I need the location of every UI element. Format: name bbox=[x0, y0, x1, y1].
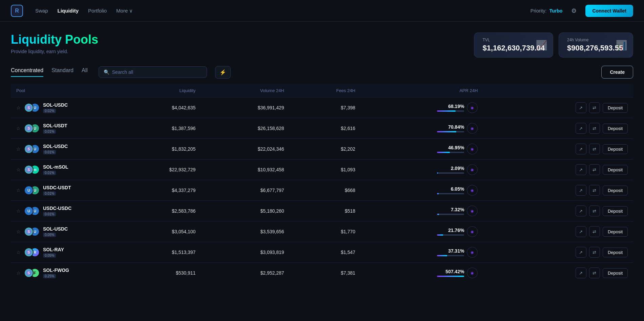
deposit-button-7[interactable]: Deposit bbox=[603, 248, 628, 257]
deposit-button-4[interactable]: Deposit bbox=[603, 186, 628, 195]
connect-wallet-button[interactable]: Connect Wallet bbox=[585, 5, 633, 17]
star-button-7[interactable]: ☆ bbox=[16, 250, 21, 255]
pool-name-3: SOL-mSOL bbox=[43, 164, 68, 170]
pool-info-6: SOL-USDC 0.05% bbox=[43, 226, 68, 237]
star-button-2[interactable]: ☆ bbox=[16, 146, 21, 152]
fees-cell-7: $1,547 bbox=[290, 242, 361, 263]
table-row: ☆ S U SOL-USDT 0.01% $1,387,596 $26,158,… bbox=[11, 118, 633, 139]
apr-bar-bg-1 bbox=[437, 131, 464, 132]
page-header: Liquidity Pools Provide liquidity, earn … bbox=[11, 33, 98, 54]
swap-button-6[interactable]: ⇄ bbox=[589, 226, 600, 237]
volume-cell-8: $2,952,287 bbox=[201, 263, 289, 283]
star-button-1[interactable]: ☆ bbox=[16, 126, 21, 131]
liquidity-cell-8: $530,911 bbox=[112, 263, 201, 283]
raydium-icon-3[interactable]: ◉ bbox=[467, 164, 478, 175]
fees-cell-1: $2,616 bbox=[290, 118, 361, 139]
pool-fee-0: 0.02% bbox=[43, 109, 56, 113]
star-button-0[interactable]: ☆ bbox=[16, 105, 21, 110]
deposit-button-6[interactable]: Deposit bbox=[603, 227, 628, 237]
raydium-icon-1[interactable]: ◉ bbox=[467, 123, 478, 134]
apr-bar-container-0: 68.19% bbox=[437, 104, 464, 112]
apr-cell-0: 68.19% ◉ bbox=[361, 98, 483, 118]
raydium-icon-4[interactable]: ◉ bbox=[467, 185, 478, 196]
settings-button[interactable]: ⚙ bbox=[568, 5, 580, 17]
deposit-button-5[interactable]: Deposit bbox=[603, 206, 628, 216]
star-button-3[interactable]: ☆ bbox=[16, 167, 21, 172]
table-row: ☆ U U USDC-USDC 0.01% $2,583,786 $5,180,… bbox=[11, 201, 633, 221]
pool-info-5: USDC-USDC 0.01% bbox=[43, 206, 71, 216]
chart-button-8[interactable]: ↗ bbox=[576, 268, 586, 278]
swap-button-4[interactable]: ⇄ bbox=[589, 185, 600, 196]
star-button-8[interactable]: ☆ bbox=[16, 270, 21, 276]
pool-name-8: SOL-FWOG bbox=[43, 268, 69, 273]
search-input[interactable] bbox=[112, 69, 202, 75]
pool-name-0: SOL-USDC bbox=[43, 102, 68, 108]
raydium-icon-5[interactable]: ◉ bbox=[467, 206, 478, 216]
filter-button[interactable]: ⚡ bbox=[215, 66, 231, 79]
chart-button-2[interactable]: ↗ bbox=[576, 144, 586, 154]
volume-cell-0: $36,991,429 bbox=[201, 98, 289, 118]
table-row: ☆ S U SOL-USDC 0.02% $4,042,635 $36,991,… bbox=[11, 98, 633, 118]
chart-button-3[interactable]: ↗ bbox=[576, 164, 586, 175]
raydium-icon-6[interactable]: ◉ bbox=[467, 226, 478, 237]
apr-bar-container-8: 507.42% bbox=[437, 269, 464, 277]
fees-cell-2: $2,202 bbox=[290, 139, 361, 159]
pool-table: Pool Liquidity Volume 24H Fees 24H APR 2… bbox=[11, 84, 633, 283]
pool-cell-2: ☆ S U SOL-USDC 0.01% bbox=[11, 139, 112, 159]
volume-cell-1: $26,158,628 bbox=[201, 118, 289, 139]
deposit-button-8[interactable]: Deposit bbox=[603, 268, 628, 278]
swap-button-7[interactable]: ⇄ bbox=[589, 247, 600, 258]
raydium-icon-7[interactable]: ◉ bbox=[467, 247, 478, 258]
apr-cell-6: 21.76% ◉ bbox=[361, 221, 483, 242]
apr-value-7: 37.31% bbox=[437, 248, 464, 254]
tab-standard[interactable]: Standard bbox=[51, 67, 74, 77]
nav-swap[interactable]: Swap bbox=[35, 6, 48, 15]
tab-all[interactable]: All bbox=[82, 67, 88, 77]
pool-name-1: SOL-USDT bbox=[43, 123, 67, 128]
logo[interactable]: R bbox=[11, 5, 23, 17]
tvl-card: TVL $1,162,630,739.04 📈 bbox=[474, 33, 553, 58]
star-button-6[interactable]: ☆ bbox=[16, 229, 21, 234]
pool-name-7: SOL-RAY bbox=[43, 247, 64, 252]
chart-button-7[interactable]: ↗ bbox=[576, 247, 586, 258]
header-row: Liquidity Pools Provide liquidity, earn … bbox=[11, 33, 633, 58]
pool-info-4: USDC-USDT 0.01% bbox=[43, 185, 71, 196]
nav-liquidity[interactable]: Liquidity bbox=[58, 6, 79, 15]
pool-info-2: SOL-USDC 0.01% bbox=[43, 144, 68, 154]
apr-bar-fill-3 bbox=[437, 172, 438, 174]
actions-cell-7: ↗ ⇄ Deposit bbox=[483, 242, 633, 263]
deposit-button-2[interactable]: Deposit bbox=[603, 144, 628, 154]
star-button-5[interactable]: ☆ bbox=[16, 208, 21, 214]
swap-button-8[interactable]: ⇄ bbox=[589, 268, 600, 278]
swap-button-3[interactable]: ⇄ bbox=[589, 164, 600, 175]
chart-button-0[interactable]: ↗ bbox=[576, 102, 586, 113]
chart-button-1[interactable]: ↗ bbox=[576, 123, 586, 134]
swap-button-2[interactable]: ⇄ bbox=[589, 144, 600, 154]
apr-bar-container-1: 70.84% bbox=[437, 124, 464, 132]
nav-more[interactable]: More ∨ bbox=[116, 6, 133, 15]
raydium-icon-8[interactable]: ◉ bbox=[467, 268, 478, 278]
apr-bar-fill-2 bbox=[437, 152, 450, 153]
deposit-button-0[interactable]: Deposit bbox=[603, 103, 628, 113]
table-row: ☆ S U SOL-USDC 0.01% $1,832,205 $22,024,… bbox=[11, 139, 633, 159]
create-button[interactable]: Create bbox=[601, 66, 633, 79]
chart-button-6[interactable]: ↗ bbox=[576, 226, 586, 237]
tab-concentrated[interactable]: Concentrated bbox=[11, 67, 43, 77]
swap-button-0[interactable]: ⇄ bbox=[589, 102, 600, 113]
pool-fee-7: 0.05% bbox=[43, 253, 56, 258]
chart-button-4[interactable]: ↗ bbox=[576, 185, 586, 196]
token-icons-1: S U bbox=[24, 124, 40, 133]
swap-button-1[interactable]: ⇄ bbox=[589, 123, 600, 134]
raydium-icon-2[interactable]: ◉ bbox=[467, 144, 478, 154]
star-button-4[interactable]: ☆ bbox=[16, 188, 21, 193]
deposit-button-3[interactable]: Deposit bbox=[603, 165, 628, 175]
pool-info-3: SOL-mSOL 0.01% bbox=[43, 164, 68, 175]
raydium-icon-0[interactable]: ◉ bbox=[467, 102, 478, 113]
nav-portfolio[interactable]: Portfolio bbox=[88, 6, 107, 15]
token1-icon-8: S bbox=[24, 268, 34, 278]
actions-cell-8: ↗ ⇄ Deposit bbox=[483, 263, 633, 283]
token-icons-8: S F bbox=[24, 268, 40, 278]
chart-button-5[interactable]: ↗ bbox=[576, 206, 586, 216]
deposit-button-1[interactable]: Deposit bbox=[603, 124, 628, 133]
swap-button-5[interactable]: ⇄ bbox=[589, 206, 600, 216]
